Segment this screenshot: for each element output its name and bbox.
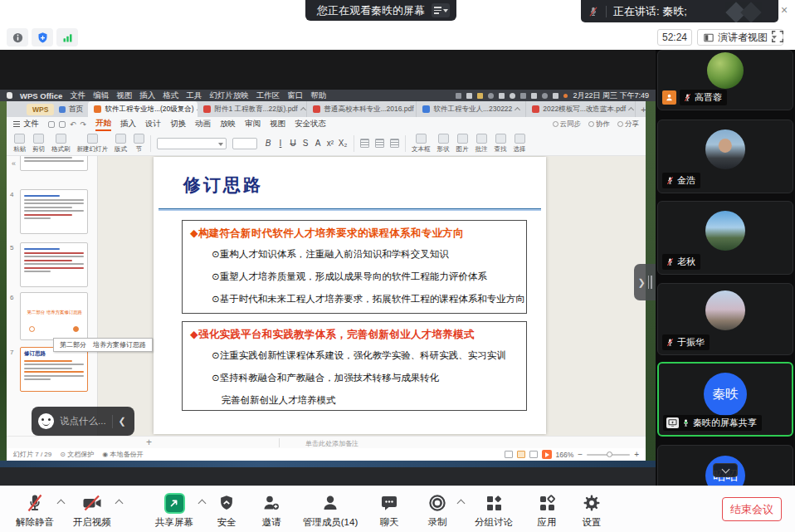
participant-tile-sharing[interactable]: 秦昳 秦昳的屏幕共享 <box>657 362 793 437</box>
action-icon <box>553 121 558 127</box>
tray-icon <box>531 93 537 99</box>
chat-placeholder[interactable]: 说点什么... <box>60 415 106 427</box>
tray-icon <box>499 93 505 99</box>
tool-icon <box>87 134 98 144</box>
toolbar-tool: 剪切 <box>32 134 45 154</box>
tray-icon <box>488 93 494 99</box>
security-shield-button[interactable] <box>32 28 53 46</box>
screen-share-icon <box>666 417 679 428</box>
chat-icon <box>379 493 399 513</box>
sidebar-scroll-down-button[interactable] <box>713 463 738 477</box>
start-video-button[interactable]: 开启视频 <box>63 491 121 529</box>
new-tab-icon: + <box>641 105 646 115</box>
tool-icon <box>134 134 144 144</box>
slide-number: 4 <box>10 191 13 198</box>
ribbon-tab: 放映 <box>220 119 236 129</box>
mic-muted-icon <box>666 257 675 266</box>
status-item: 幻灯片 7 / 29 <box>13 450 51 459</box>
share-screen-icon <box>164 493 185 514</box>
chevron-down-icon <box>721 465 729 473</box>
speaker-view-icon <box>704 33 714 42</box>
share-screen-button[interactable]: 共享屏幕 <box>144 491 204 529</box>
ribbon-tab: 开始 <box>95 118 111 131</box>
meeting-info-button[interactable] <box>7 28 28 46</box>
record-button[interactable]: 录制 <box>412 491 463 529</box>
watching-screen-banner[interactable]: 您正在观看秦昳的屏幕 <box>305 0 456 21</box>
tool-icon <box>438 134 449 144</box>
mac-menu-item: 帮助 <box>310 90 326 101</box>
close-icon[interactable]: × <box>781 4 788 16</box>
wps-home-tab: 首页 <box>59 104 83 115</box>
tray-icon <box>542 93 548 99</box>
slide-canvas: 修订思路 ◆构建符合新时代软件人才培养要求的课程体系和专业方向 ⊙重构人才知识体… <box>98 156 646 436</box>
participant-name-badge: 金浩 <box>662 173 700 188</box>
fullscreen-icon <box>770 29 785 44</box>
mac-menu-item: 文件 <box>70 90 85 101</box>
meeting-window: 您正在观看秦昳的屏幕 正在讲话: 秦昳; × <box>0 0 795 532</box>
manage-members-button[interactable]: 管理成员(14) <box>294 491 367 529</box>
quick-chat-bubble[interactable]: 说点什么... ❮ <box>32 407 134 436</box>
add-slide-button: + <box>146 437 152 448</box>
wps-tab-bar: WPS 首页 软件工程专业培...(20级复合) 附件1 工程教育...22版) <box>7 101 646 117</box>
format-mark: S <box>300 139 310 148</box>
view-sorter-icon <box>517 451 525 458</box>
document-icon <box>313 105 320 113</box>
settings-button[interactable]: 设置 <box>569 491 614 529</box>
ribbon-tab: 审阅 <box>245 119 261 129</box>
section-heading: ◆强化实践平台和实践教学体系，完善创新创业人才培养模式 <box>190 328 519 342</box>
invite-button[interactable]: 邀请 <box>249 491 294 529</box>
participant-tile[interactable]: 于振华 <box>657 283 793 355</box>
wps-file-menu: 文件 <box>13 119 39 129</box>
network-quality-button[interactable] <box>56 28 78 46</box>
slide-thumbnail <box>20 242 88 287</box>
ribbon-action: 协作 <box>588 120 610 129</box>
wps-brand-badge: WPS <box>27 104 54 115</box>
participant-tile[interactable]: 高晋蓉 <box>657 50 793 110</box>
ribbon-tab: 切换 <box>170 119 186 129</box>
participant-tile[interactable]: 老秋 <box>657 201 793 275</box>
participant-name-badge: 老秋 <box>662 254 700 270</box>
unmute-button[interactable]: 解除静音 <box>7 491 63 529</box>
mac-app-name: WPS Office <box>20 91 62 100</box>
breakout-rooms-button[interactable]: 分组讨论 <box>463 491 524 529</box>
notes-bar: + 单击此处添加备注 <box>7 436 646 448</box>
chevron-up-icon[interactable] <box>115 500 124 508</box>
participant-name-badge: 于振华 <box>662 334 710 350</box>
fullscreen-button[interactable] <box>770 29 787 46</box>
mic-muted-icon <box>25 493 45 513</box>
document-icon <box>94 105 101 113</box>
banner-menu-icon[interactable] <box>432 3 450 17</box>
chat-collapse-icon[interactable]: ❮ <box>119 416 126 427</box>
emoji-icon[interactable] <box>38 413 54 429</box>
invite-icon <box>261 493 281 513</box>
align-icon <box>390 139 399 148</box>
wps-document-tab: 普通高校本科专业...2016.pdf <box>307 101 417 117</box>
wps-doc-tabs: 软件工程专业培...(20级复合) 附件1 工程教育...22版).pdf <box>88 101 636 117</box>
align-icon <box>375 139 384 148</box>
avatar <box>705 129 745 169</box>
end-meeting-button[interactable]: 结束会议 <box>722 497 782 521</box>
document-icon <box>532 105 539 113</box>
tool-icon <box>416 134 427 144</box>
apps-button[interactable]: 应用 <box>524 491 569 529</box>
slide-thumbnail: 第二部分 培养方案修订思路 <box>20 292 88 340</box>
chat-button[interactable]: 聊天 <box>367 491 412 529</box>
participant-tile[interactable]: 金浩 <box>657 120 793 193</box>
toolbar-tool: 格式刷 <box>51 134 71 154</box>
wps-document-tab: 2022模板写...改造蓝本.pdf <box>526 101 636 117</box>
play-indicator-icon <box>29 326 35 332</box>
meeting-control-strip: 52:24 演讲者视图 <box>0 23 795 50</box>
wps-status-bar: 幻灯片 7 / 29⊙ 文档保护◉ 本地备份开 166% − + <box>7 448 646 461</box>
avatar <box>705 290 745 330</box>
tool-icon <box>515 134 525 144</box>
security-button[interactable]: 安全 <box>204 491 249 529</box>
zoom-in-icon: + <box>634 451 639 459</box>
slide-title: 修订思路 <box>183 173 263 197</box>
top-banner-bar: 您正在观看秦昳的屏幕 正在讲话: 秦昳; × <box>0 0 795 23</box>
sidebar-collapse-handle[interactable]: ❯ <box>634 264 656 300</box>
tray-icon <box>477 93 483 99</box>
status-item: ◉ 本地备份开 <box>102 450 143 459</box>
mac-menu-item: 幻灯片放映 <box>209 90 249 101</box>
host-badge-icon <box>662 90 676 105</box>
tool-icon <box>33 134 44 144</box>
